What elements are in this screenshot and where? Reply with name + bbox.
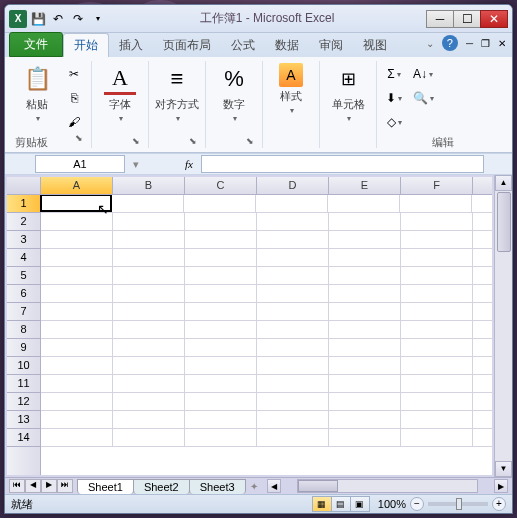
cell[interactable] (185, 375, 257, 392)
autosum-button[interactable]: Σ▾ (383, 63, 405, 85)
select-all-button[interactable] (7, 177, 41, 194)
cell[interactable] (329, 429, 401, 446)
cell[interactable] (329, 375, 401, 392)
number-launcher-icon[interactable]: ⬊ (212, 136, 256, 146)
cell[interactable] (41, 339, 113, 356)
cell[interactable] (185, 357, 257, 374)
tab-insert[interactable]: 插入 (109, 34, 153, 57)
cell[interactable] (185, 267, 257, 284)
row-header[interactable]: 8 (7, 321, 40, 339)
cell[interactable] (184, 195, 256, 212)
col-header-d[interactable]: D (257, 177, 329, 194)
cell[interactable] (401, 267, 473, 284)
doc-minimize-icon[interactable]: ─ (466, 38, 473, 49)
doc-close-icon[interactable]: ✕ (498, 38, 506, 49)
cell[interactable] (185, 303, 257, 320)
cell[interactable] (113, 357, 185, 374)
cell[interactable] (41, 231, 113, 248)
col-header-a[interactable]: A (41, 177, 113, 194)
new-sheet-button[interactable]: ✦ (245, 481, 263, 492)
font-launcher-icon[interactable]: ⬊ (98, 136, 142, 146)
excel-icon[interactable]: X (9, 10, 27, 28)
cell[interactable] (257, 429, 329, 446)
row-header[interactable]: 5 (7, 267, 40, 285)
cell[interactable] (257, 249, 329, 266)
cell[interactable] (329, 303, 401, 320)
font-button[interactable]: A 字体 ▾ (98, 63, 142, 123)
cell[interactable] (113, 285, 185, 302)
cell[interactable] (113, 429, 185, 446)
view-pagebreak-button[interactable]: ▣ (350, 496, 370, 512)
cell[interactable] (41, 357, 113, 374)
qat-dropdown-icon[interactable]: ▾ (89, 10, 107, 28)
zoom-slider[interactable] (428, 502, 488, 506)
ribbon-minimize-icon[interactable]: ⌄ (426, 38, 434, 49)
cell[interactable] (401, 249, 473, 266)
align-launcher-icon[interactable]: ⬊ (155, 136, 199, 146)
cell[interactable] (41, 303, 113, 320)
tab-data[interactable]: 数据 (265, 34, 309, 57)
help-icon[interactable]: ? (442, 35, 458, 51)
row-header[interactable]: 3 (7, 231, 40, 249)
cell[interactable] (113, 213, 185, 230)
cell[interactable] (41, 429, 113, 446)
cell[interactable] (185, 411, 257, 428)
cell[interactable] (113, 393, 185, 410)
cut-button[interactable]: ✂ (63, 63, 85, 85)
copy-button[interactable]: ⎘ (63, 87, 85, 109)
col-header-b[interactable]: B (113, 177, 185, 194)
cell[interactable] (113, 231, 185, 248)
row-header[interactable]: 2 (7, 213, 40, 231)
name-box[interactable]: A1 (35, 155, 125, 173)
horizontal-scrollbar[interactable] (297, 479, 478, 493)
zoom-thumb[interactable] (456, 498, 462, 510)
cell[interactable] (401, 357, 473, 374)
cells-button[interactable]: ⊞ 单元格 ▾ (326, 63, 370, 123)
col-header-c[interactable]: C (185, 177, 257, 194)
clear-button[interactable]: ◇▾ (383, 111, 405, 133)
cell[interactable] (401, 339, 473, 356)
maximize-button[interactable]: ☐ (453, 10, 481, 28)
col-header-f[interactable]: F (401, 177, 473, 194)
cell[interactable] (401, 303, 473, 320)
cell[interactable] (257, 213, 329, 230)
sheet-next-button[interactable]: ▶ (41, 479, 57, 493)
sheet-tab-1[interactable]: Sheet1 (77, 479, 134, 494)
row-header[interactable]: 14 (7, 429, 40, 447)
cell[interactable] (401, 213, 473, 230)
view-layout-button[interactable]: ▤ (331, 496, 351, 512)
cell[interactable] (329, 249, 401, 266)
cell[interactable] (401, 285, 473, 302)
row-header[interactable]: 9 (7, 339, 40, 357)
cell[interactable] (41, 393, 113, 410)
cell[interactable] (185, 213, 257, 230)
zoom-out-button[interactable]: − (410, 497, 424, 511)
cell[interactable] (329, 339, 401, 356)
formula-bar[interactable] (201, 155, 484, 173)
save-icon[interactable]: 💾 (29, 10, 47, 28)
cell[interactable] (257, 285, 329, 302)
cell[interactable] (257, 231, 329, 248)
cell[interactable] (185, 321, 257, 338)
row-header[interactable]: 11 (7, 375, 40, 393)
cell[interactable] (328, 195, 400, 212)
cell[interactable] (113, 267, 185, 284)
cell[interactable] (185, 429, 257, 446)
cell[interactable] (113, 303, 185, 320)
row-header[interactable]: 4 (7, 249, 40, 267)
cell[interactable] (329, 411, 401, 428)
cell[interactable] (41, 267, 113, 284)
cell[interactable] (113, 249, 185, 266)
tab-formula[interactable]: 公式 (221, 34, 265, 57)
cell[interactable] (329, 357, 401, 374)
cell[interactable] (329, 321, 401, 338)
namebox-dropdown-icon[interactable]: ▾ (125, 158, 147, 171)
cell[interactable] (185, 231, 257, 248)
zoom-in-button[interactable]: + (492, 497, 506, 511)
cell[interactable] (257, 375, 329, 392)
cell[interactable] (41, 411, 113, 428)
undo-icon[interactable]: ↶ (49, 10, 67, 28)
scroll-down-button[interactable]: ▼ (495, 461, 512, 477)
tab-view[interactable]: 视图 (353, 34, 397, 57)
redo-icon[interactable]: ↷ (69, 10, 87, 28)
